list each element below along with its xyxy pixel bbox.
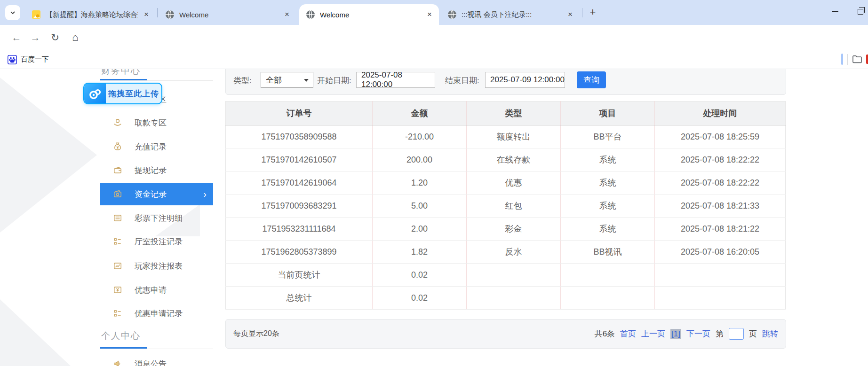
tab-divider xyxy=(582,8,582,17)
first-page-link[interactable]: 首页 xyxy=(620,328,636,339)
cell-empty xyxy=(467,264,561,287)
upload-dropzone-label: 拖拽至此上传 xyxy=(106,84,161,103)
sidebar-item-withdrawal-record[interactable]: 提现记录 xyxy=(100,159,213,181)
cell-type: 彩金 xyxy=(467,218,561,241)
query-button[interactable]: 查询 xyxy=(577,71,606,88)
table-row: 1751970093683291 5.00 红包 系统 2025-07-08 1… xyxy=(226,195,786,218)
minimize-button[interactable] xyxy=(824,0,846,23)
pagination-bar: 每页显示20条 共6条 首页 上一页 [1] 下一页 第 页 跳转 xyxy=(225,319,786,349)
sidebar-item-funds-record[interactable]: 资金记录 › xyxy=(100,183,213,205)
tab-search-button[interactable] xyxy=(5,5,20,20)
bookmarks-divider xyxy=(847,54,848,65)
decorative-triangle xyxy=(0,299,71,366)
main-panel: 类型: 全部 开始日期: 2025-07-08 12:00:00 结束日期: 2… xyxy=(225,69,786,366)
tab-close-icon[interactable]: × xyxy=(424,9,435,20)
sidebar-item-label: 取款专区 xyxy=(135,117,167,128)
col-header-type: 类型 xyxy=(467,101,561,125)
sidebar-item-promo-apply-record[interactable]: 优惠申请记录 xyxy=(100,302,213,325)
sidebar-item-withdraw[interactable]: 取款专区 xyxy=(100,111,213,134)
jump-link[interactable]: 跳转 xyxy=(762,328,778,339)
cell-order: 1751953231111684 xyxy=(226,218,373,241)
summary-row-page: 当前页统计 0.02 xyxy=(226,264,786,287)
table-row: 1751970358909588 -210.00 额度转出 BB平台 2025-… xyxy=(226,125,786,148)
summary-amount: 0.02 xyxy=(373,264,467,287)
upload-dropzone[interactable]: 拖拽至此上传 xyxy=(83,83,162,104)
prev-page-link[interactable]: 上一页 xyxy=(641,328,665,339)
tab-video-records[interactable]: :::视讯 会员下注纪录::: × xyxy=(441,4,580,25)
sidebar-item-label: 彩票下注明细 xyxy=(135,213,183,224)
section-underline xyxy=(100,349,213,349)
sidebar-item-label: 充值记录 xyxy=(135,141,167,152)
funds-record-icon xyxy=(113,189,122,199)
cell-empty xyxy=(561,264,655,287)
forward-button[interactable]: → xyxy=(26,25,45,50)
tab-forum[interactable]: 【新提醒】海燕策略论坛综合交 × xyxy=(25,4,156,25)
sidebar-item-promo-apply[interactable]: 优惠申请 xyxy=(100,279,213,301)
clipped-extension-icon xyxy=(866,55,868,64)
col-header-amount: 金额 xyxy=(373,101,467,125)
col-header-project: 项目 xyxy=(561,101,655,125)
browser-window: 【新提醒】海燕策略论坛综合交 × Welcome × Welcome × xyxy=(0,0,868,366)
summary-label: 当前页统计 xyxy=(226,264,373,287)
sidebar-section-finance: 财务中心 xyxy=(101,69,141,77)
current-page-indicator: [1] xyxy=(670,329,681,339)
total-count: 共6条 xyxy=(595,328,615,339)
table-row: 1751970142619064 1.20 优惠 系统 2025-07-08 1… xyxy=(226,171,786,195)
funds-record-table: 订单号 金额 类型 项目 处理时间 1751970358909588 -210.… xyxy=(225,101,786,310)
cell-empty xyxy=(467,287,561,310)
cell-order: 1751970093683291 xyxy=(226,195,373,218)
tab-welcome-1[interactable]: Welcome × xyxy=(159,4,296,25)
cell-order: 1751962805373899 xyxy=(226,241,373,264)
sidebar-item-messages[interactable]: 消息公告 xyxy=(100,352,213,366)
page-size-text: 每页显示20条 xyxy=(233,329,279,339)
summary-row-total: 总统计 0.02 xyxy=(226,287,786,310)
tab-welcome-2-active[interactable]: Welcome × xyxy=(299,4,439,25)
table-row: 1751953231111684 2.00 彩金 系统 2025-07-08 1… xyxy=(226,218,786,241)
baidu-paw-icon xyxy=(8,55,17,64)
sidebar-item-label: 玩家投注报表 xyxy=(135,261,183,272)
sidebar-item-recharge-record[interactable]: 充值记录 xyxy=(100,135,213,158)
start-date-label: 开始日期: xyxy=(317,75,351,86)
tab-close-icon[interactable]: × xyxy=(565,9,576,20)
home-button[interactable]: ⌂ xyxy=(66,25,85,50)
sidebar-item-lottery-bet-detail[interactable]: 彩票下注明细 xyxy=(100,207,213,229)
new-tab-button[interactable]: + xyxy=(586,6,599,19)
hall-bet-record-icon xyxy=(113,237,122,246)
decorative-triangle xyxy=(0,78,97,233)
end-date-input[interactable]: 2025-07-09 12:00:00 xyxy=(485,72,565,88)
cell-order: 1751970142610507 xyxy=(226,148,373,171)
sidebar-item-player-bet-report[interactable]: 玩家投注报表 xyxy=(100,255,213,277)
sidebar-item-label: 优惠申请记录 xyxy=(135,308,183,319)
lottery-detail-icon xyxy=(113,213,122,223)
tab-title: Welcome xyxy=(179,11,279,19)
cell-project: BB平台 xyxy=(561,125,655,148)
tab-title: :::视讯 会员下注纪录::: xyxy=(462,10,562,19)
type-select-value: 全部 xyxy=(266,75,282,86)
reload-button[interactable]: ↻ xyxy=(46,25,64,50)
page-number-input[interactable] xyxy=(729,328,744,340)
jump-prefix-label: 第 xyxy=(716,328,724,339)
filter-bar: 类型: 全部 开始日期: 2025-07-08 12:00:00 结束日期: 2… xyxy=(225,69,786,95)
tab-close-icon[interactable]: × xyxy=(141,9,152,20)
back-button[interactable]: ← xyxy=(7,25,26,50)
promo-ticket-icon xyxy=(113,285,122,295)
other-bookmarks-folder-icon[interactable] xyxy=(852,54,863,65)
type-select[interactable]: 全部 xyxy=(261,72,313,88)
sidebar-item-label: 优惠申请 xyxy=(135,285,167,296)
sidebar-item-hall-bet-record[interactable]: 厅室投注记录 xyxy=(100,230,213,253)
cell-type: 红包 xyxy=(467,195,561,218)
chevron-down-icon xyxy=(304,79,309,82)
bookmarks-bar: 百度一下 xyxy=(0,50,868,69)
wallet-icon xyxy=(113,165,122,175)
page-content: 财务中心 存款专区 取款专区 充值记录 提现记录 资金记录 xyxy=(0,69,868,366)
browser-toolbar: ← → ↻ ⌂ js13.cc/hhcp/usercenter.html?ini… xyxy=(0,25,868,50)
next-page-link[interactable]: 下一页 xyxy=(686,328,710,339)
section-underline xyxy=(100,80,213,81)
cell-type: 额度转出 xyxy=(467,125,561,148)
cell-order: 1751970142619064 xyxy=(226,171,373,195)
bookmark-baidu[interactable]: 百度一下 xyxy=(5,53,49,66)
pagination-controls: 共6条 首页 上一页 [1] 下一页 第 页 跳转 xyxy=(595,328,778,340)
start-date-input[interactable]: 2025-07-08 12:00:00 xyxy=(356,72,435,88)
tab-close-icon[interactable]: × xyxy=(281,9,293,20)
maximize-button[interactable] xyxy=(850,0,868,23)
